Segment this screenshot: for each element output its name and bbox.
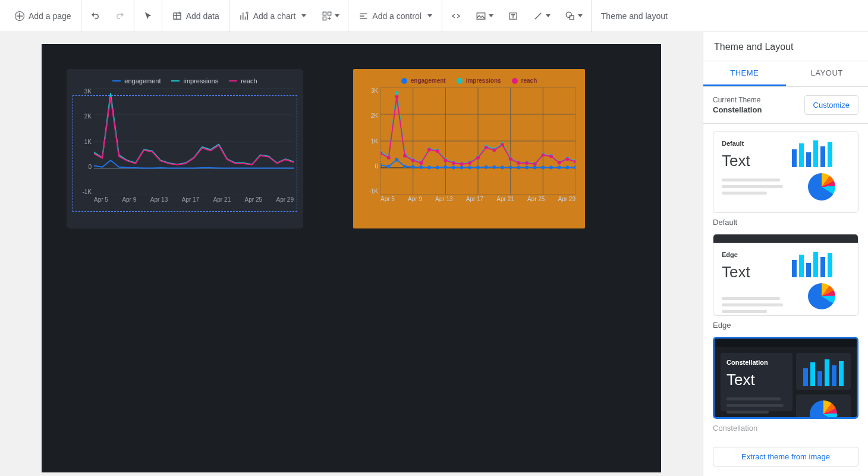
svg-point-96 xyxy=(533,162,537,166)
add-chart-label: Add a chart xyxy=(253,11,296,21)
svg-point-78 xyxy=(387,156,391,159)
current-theme-value: Constellation xyxy=(713,105,762,114)
tab-theme[interactable]: THEME xyxy=(703,61,786,86)
svg-point-54 xyxy=(395,91,398,95)
svg-point-93 xyxy=(509,157,512,161)
svg-point-33 xyxy=(427,166,431,170)
svg-point-99 xyxy=(558,161,561,164)
svg-point-36 xyxy=(452,166,455,170)
svg-point-88 xyxy=(468,161,471,165)
toolbar: Add a page Add data Add a chart Add a co… xyxy=(0,0,868,32)
canvas-area[interactable]: engagementimpressionsreach3K2K1K0-1KApr … xyxy=(0,32,703,476)
add-page-label: Add a page xyxy=(29,11,71,21)
report-canvas[interactable]: engagementimpressionsreach3K2K1K0-1KApr … xyxy=(42,44,661,472)
theme-layout-label: Theme and layout xyxy=(601,11,668,21)
theme-sample-text: Text xyxy=(722,263,786,281)
svg-point-85 xyxy=(444,158,447,162)
theme-sample-text: Text xyxy=(727,371,787,389)
theme-name-edge: Edge xyxy=(713,321,858,330)
bars-icon xyxy=(792,249,851,277)
svg-point-51 xyxy=(574,166,575,170)
svg-point-49 xyxy=(558,166,561,170)
embed-button[interactable] xyxy=(447,7,465,25)
select-tool-button[interactable] xyxy=(139,7,157,25)
svg-point-42 xyxy=(501,166,504,170)
svg-point-27 xyxy=(380,164,382,167)
svg-point-89 xyxy=(476,156,480,159)
svg-point-80 xyxy=(403,154,407,158)
svg-point-87 xyxy=(460,162,464,166)
add-data-button[interactable]: Add data xyxy=(167,7,224,25)
theme-card-constellation[interactable]: Constellation Text xyxy=(713,337,858,419)
pie-icon xyxy=(808,283,835,309)
add-control-button[interactable]: Add a control xyxy=(353,7,437,25)
add-control-label: Add a control xyxy=(372,11,422,21)
svg-point-50 xyxy=(565,166,569,170)
undo-button[interactable] xyxy=(86,7,104,25)
bars-icon xyxy=(803,356,844,386)
svg-point-38 xyxy=(468,166,471,170)
theme-list[interactable]: Default Text Default Edge xyxy=(703,124,868,440)
add-chart-button[interactable]: Add a chart xyxy=(234,7,312,25)
line-button[interactable] xyxy=(529,7,554,25)
svg-point-40 xyxy=(485,165,488,169)
svg-rect-1 xyxy=(323,12,326,15)
panel-title: Theme and Layout xyxy=(703,32,868,61)
svg-rect-3 xyxy=(323,17,326,20)
theme-name-default: Default xyxy=(713,218,858,227)
svg-point-97 xyxy=(541,153,545,156)
svg-point-90 xyxy=(485,146,488,149)
svg-point-44 xyxy=(517,166,520,170)
chart-orange[interactable]: engagementimpressionsreach3K2K1K0-1KApr … xyxy=(353,69,585,228)
svg-point-86 xyxy=(452,161,455,165)
svg-point-45 xyxy=(525,166,529,170)
theme-card-default[interactable]: Default Text xyxy=(713,131,858,213)
theme-tag: Edge xyxy=(722,251,786,258)
image-button[interactable] xyxy=(472,7,497,25)
svg-point-31 xyxy=(411,165,415,169)
svg-point-30 xyxy=(403,165,407,168)
current-theme-label: Current Theme xyxy=(713,96,762,104)
tab-layout[interactable]: LAYOUT xyxy=(786,61,869,86)
add-data-label: Add data xyxy=(186,11,219,21)
svg-rect-2 xyxy=(328,12,331,15)
svg-point-28 xyxy=(387,165,391,168)
svg-rect-7 xyxy=(570,15,574,20)
pie-icon xyxy=(810,400,837,419)
customize-button[interactable]: Customize xyxy=(804,95,858,115)
svg-point-35 xyxy=(444,165,447,169)
add-page-button[interactable]: Add a page xyxy=(10,7,76,25)
svg-point-47 xyxy=(541,166,545,170)
svg-point-84 xyxy=(436,149,439,153)
svg-point-100 xyxy=(565,157,569,161)
theme-tag: Constellation xyxy=(727,359,787,366)
svg-point-37 xyxy=(460,166,464,170)
svg-point-79 xyxy=(395,95,398,99)
svg-point-83 xyxy=(427,148,431,151)
extract-theme-button[interactable]: Extract theme from image xyxy=(713,447,858,466)
svg-point-43 xyxy=(509,166,512,170)
svg-point-81 xyxy=(411,158,415,162)
svg-point-48 xyxy=(549,166,553,170)
svg-point-92 xyxy=(501,143,504,146)
svg-point-95 xyxy=(525,161,529,165)
pie-icon xyxy=(808,173,835,201)
svg-point-46 xyxy=(533,166,537,170)
theme-card-edge[interactable]: Edge Text xyxy=(713,234,858,316)
svg-point-98 xyxy=(549,155,553,158)
text-button[interactable] xyxy=(504,7,522,25)
svg-point-94 xyxy=(517,161,520,165)
theme-layout-button[interactable]: Theme and layout xyxy=(596,8,672,24)
chart-dark[interactable]: engagementimpressionsreach3K2K1K0-1KApr … xyxy=(67,69,303,228)
svg-point-91 xyxy=(492,148,496,152)
theme-tag: Default xyxy=(722,140,786,147)
svg-rect-4 xyxy=(477,12,485,19)
svg-point-82 xyxy=(419,161,423,165)
shape-button[interactable] xyxy=(561,7,586,25)
svg-point-32 xyxy=(419,165,423,169)
redo-button[interactable] xyxy=(111,7,129,25)
svg-point-34 xyxy=(436,166,439,170)
community-viz-button[interactable] xyxy=(318,7,343,25)
svg-point-29 xyxy=(395,158,398,162)
svg-point-39 xyxy=(476,166,480,170)
